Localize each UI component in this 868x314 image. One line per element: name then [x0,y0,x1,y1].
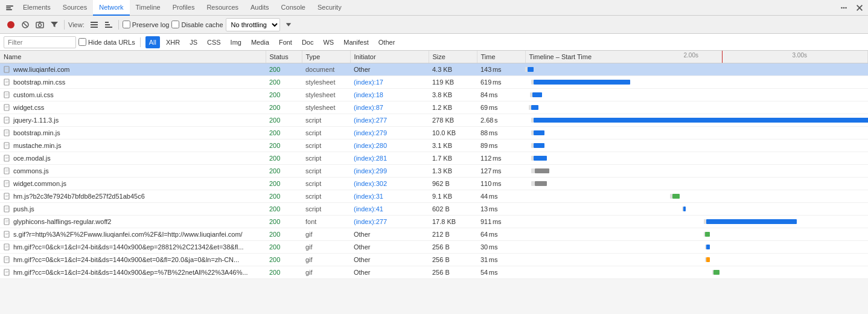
table-row[interactable]: bootstrap.min.js 200 script (index):279 … [0,126,868,139]
time-cell: 911 ms [477,215,525,228]
list-view-button[interactable] [88,19,100,31]
col-header-status[interactable]: Status [266,51,302,63]
table-row[interactable]: hm.gif?cc=0&ck=1&cl=24-bit&ds=1440x900&e… [0,253,868,266]
view-label: View: [68,21,85,28]
svg-rect-32 [5,119,8,120]
preserve-log-checkbox[interactable] [123,21,130,28]
filter-media[interactable]: Media [247,36,273,48]
svg-rect-45 [5,171,8,171]
tab-network[interactable]: Network [93,0,129,16]
table-row[interactable]: glyphicons-halflings-regular.woff2 200 f… [0,215,868,228]
table-row[interactable]: commons.js 200 script (index):299 1.3 KB… [0,164,868,177]
initiator-link[interactable]: (index):31 [354,193,383,200]
row-name: hm.gif?cc=0&ck=1&cl=24-bit&ds=1440x900&e… [13,243,244,251]
filter-doc[interactable]: Doc [298,36,318,48]
camera-button[interactable] [34,19,46,31]
tab-profiles[interactable]: Profiles [167,0,201,16]
network-table-container[interactable]: Name Status Type Initiator Size Time Tim… [0,51,868,302]
clear-button[interactable] [19,19,31,31]
initiator-link[interactable]: (index):280 [354,142,387,149]
initiator-link[interactable]: (index):17 [354,78,383,86]
time-cell: 13 ms [477,202,525,215]
filter-button[interactable] [48,19,60,31]
col-header-initiator[interactable]: Initiator [350,51,429,63]
filter-manifest[interactable]: Manifest [340,36,372,48]
initiator-link[interactable]: (index):277 [354,117,387,124]
svg-point-12 [39,24,42,27]
svg-rect-20 [5,68,8,69]
table-row[interactable]: push.js 200 script (index):41 602 B 13 m… [0,202,868,215]
initiator-link[interactable]: (index):302 [354,180,387,187]
initiator-link[interactable]: (index):41 [354,205,383,213]
table-row[interactable]: www.liuqianfei.com 200 document Other 4.… [0,63,868,75]
filter-other[interactable]: Other [375,36,399,48]
name-cell: hm.gif?cc=0&ck=1&cl=24-bit&ds=1440x900&e… [0,253,266,266]
filter-img[interactable]: Img [227,36,245,48]
tab-sources[interactable]: Sources [57,0,93,16]
tree-view-button[interactable] [103,19,115,31]
table-row[interactable]: s.gif?r=http%3A%2F%2Fwww.liuqianfei.com%… [0,228,868,240]
record-button[interactable] [5,19,17,31]
table-row[interactable]: hm.js?b2c3fe7924b7bfdb8e257f2d51ab45c6 2… [0,190,868,202]
filter-all[interactable]: All [145,36,160,48]
filter-ws[interactable]: WS [319,36,337,48]
tab-console[interactable]: Console [275,0,311,16]
initiator-link[interactable]: (index):281 [354,155,387,162]
hide-data-urls-checkbox[interactable] [78,38,86,46]
filter-js[interactable]: JS [186,36,201,48]
initiator-cell: (index):31 [350,190,429,202]
throttle-dropdown-icon[interactable] [282,19,295,31]
filter-css[interactable]: CSS [203,36,225,48]
throttle-select[interactable]: No throttling [226,18,280,31]
table-row[interactable]: hm.gif?cc=0&ck=1&cl=24-bit&ds=1440x900&e… [0,266,868,278]
hide-data-urls-label[interactable]: Hide data URLs [78,38,135,46]
col-header-timeline[interactable]: Timeline – Start Time 2.00s 3.00s [525,51,868,63]
initiator-link[interactable]: (index):18 [354,91,383,98]
disable-cache-label[interactable]: Disable cache [171,21,223,28]
table-row[interactable]: mustache.min.js 200 script (index):280 3… [0,139,868,152]
tab-security[interactable]: Security [311,0,348,16]
initiator-link[interactable]: (index):277 [354,218,387,225]
col-header-name[interactable]: Name [0,51,266,63]
table-row[interactable]: jquery-1.11.3.js 200 script (index):277 … [0,114,868,126]
filter-input[interactable] [4,36,76,48]
row-name: custom.ui.css [13,91,54,98]
preserve-log-label[interactable]: Preserve log [123,21,170,28]
svg-rect-56 [5,220,8,221]
name-cell: hm.js?b2c3fe7924b7bfdb8e257f2d51ab45c6 [0,190,266,202]
table-row[interactable]: hm.gif?cc=0&ck=1&cl=24-bit&ds=1440x900&e… [0,240,868,253]
filter-xhr[interactable]: XHR [162,36,183,48]
timeline-cell [525,240,868,253]
more-options-button[interactable] [838,2,850,14]
table-row[interactable]: widget.css 200 stylesheet (index):87 1.2… [0,101,868,114]
tab-elements[interactable]: Elements [17,0,57,16]
disable-cache-checkbox[interactable] [171,21,179,28]
table-row[interactable]: widget.common.js 200 script (index):302 … [0,177,868,190]
svg-rect-36 [5,133,8,133]
tab-resources[interactable]: Resources [200,0,244,16]
col-header-type[interactable]: Type [302,51,350,63]
table-row[interactable]: custom.ui.css 200 stylesheet (index):18 … [0,88,868,101]
col-header-time[interactable]: Time [477,51,525,63]
initiator-link[interactable]: (index):299 [354,167,387,175]
close-button[interactable] [854,2,866,14]
type-cell: stylesheet [302,101,350,114]
svg-point-3 [841,7,843,8]
svg-rect-39 [5,146,8,146]
initiator-link[interactable]: (index):87 [354,104,383,111]
svg-rect-11 [36,22,43,28]
devtools-icon[interactable] [2,0,17,16]
svg-rect-44 [5,170,8,170]
size-cell: 10.0 KB [429,126,477,139]
name-cell: bootstrap.min.js [0,126,266,139]
type-cell: font [302,215,350,228]
tab-audits[interactable]: Audits [244,0,275,16]
col-header-size[interactable]: Size [429,51,477,63]
initiator-link[interactable]: (index):279 [354,129,387,136]
table-row[interactable]: oce.modal.js 200 script (index):281 1.7 … [0,152,868,164]
tab-timeline[interactable]: Timeline [130,0,167,16]
row-name: www.liuqianfei.com [13,66,70,73]
table-row[interactable]: bootstrap.min.css 200 stylesheet (index)… [0,75,868,88]
filter-font[interactable]: Font [275,36,296,48]
timeline-cell [525,88,868,101]
